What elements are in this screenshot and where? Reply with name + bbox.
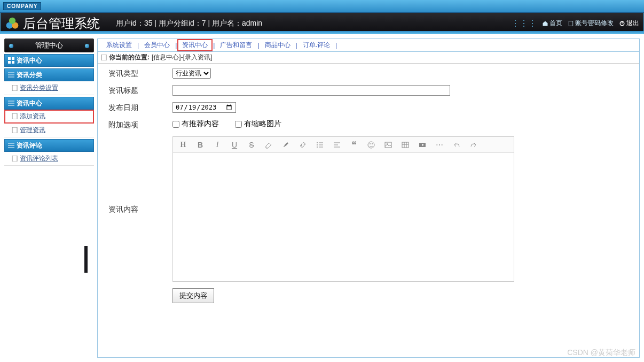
video-icon[interactable] — [418, 140, 427, 150]
svg-point-34 — [370, 143, 371, 144]
checkbox-thumbnail-label[interactable]: 有缩略图片 — [235, 119, 281, 129]
label-info-title: 资讯标题 — [108, 85, 172, 96]
tab-product[interactable]: 商品中心 — [262, 41, 294, 50]
image-icon[interactable] — [383, 140, 393, 150]
svg-rect-38 — [402, 142, 409, 148]
logout-link[interactable]: 退出 — [619, 19, 639, 28]
doc-icon — [101, 55, 107, 60]
app-header: 后台管理系统 用户id：35 | 用户分组id：7 | 用户名：admin ⋮⋮… — [0, 13, 644, 34]
submit-button[interactable]: 提交内容 — [172, 288, 214, 303]
grid-icon — [8, 57, 14, 64]
svg-point-33 — [368, 142, 374, 148]
dots-icon: ⋮⋮⋮ — [511, 18, 537, 28]
svg-rect-7 — [12, 57, 14, 60]
svg-rect-8 — [8, 61, 11, 64]
app-logo-icon — [5, 16, 20, 31]
eraser-icon[interactable] — [264, 140, 273, 150]
svg-rect-9 — [12, 61, 14, 64]
sidebar-item-add-info[interactable]: 添加资讯 — [4, 110, 94, 124]
redo-icon[interactable] — [469, 140, 478, 150]
link-icon[interactable] — [298, 140, 308, 150]
doc-icon — [12, 127, 18, 133]
power-icon — [619, 20, 625, 27]
label-content: 资讯内容 — [108, 204, 172, 214]
list-icon — [8, 142, 14, 149]
select-info-type[interactable]: 行业资讯 — [172, 68, 211, 79]
breadcrumb: 你当前的位置: [信息中心]-[录入资讯] — [98, 52, 639, 64]
label-info-type: 资讯类型 — [108, 68, 172, 79]
user-info: 用户id：35 | 用户分组id：7 | 用户名：admin — [116, 19, 262, 28]
doc-icon — [568, 20, 574, 27]
svg-rect-3 — [569, 21, 573, 26]
sidebar-item-comment-list[interactable]: 资讯评论列表 — [4, 152, 94, 166]
home-icon — [542, 20, 548, 27]
emoji-icon[interactable] — [366, 140, 376, 150]
account-link[interactable]: 账号密码修改 — [568, 19, 614, 28]
list-icon — [8, 100, 14, 106]
sidebar-item-manage-info[interactable]: 管理资讯 — [4, 124, 94, 137]
main-panel: 系统设置| 会员中心| 资讯中心| 广告和留言| 商品中心| 订单.评论| 你当… — [97, 38, 640, 358]
sidebar-section-info-center[interactable]: 资讯中心 — [4, 54, 94, 67]
svg-point-2 — [9, 17, 15, 24]
checkbox-recommend[interactable] — [172, 121, 179, 128]
doc-icon — [12, 156, 18, 161]
doc-icon — [12, 113, 18, 119]
top-nav: 系统设置| 会员中心| 资讯中心| 广告和留言| 商品中心| 订单.评论| — [98, 39, 639, 52]
svg-rect-18 — [12, 127, 17, 133]
tab-order[interactable]: 订单.评论 — [300, 41, 333, 50]
svg-point-26 — [317, 144, 318, 145]
sidebar-section-info[interactable]: 资讯中心 — [4, 97, 94, 110]
undo-icon[interactable] — [452, 140, 461, 150]
svg-rect-36 — [385, 142, 391, 148]
sidebar-item-category-settings[interactable]: 资讯分类设置 — [4, 81, 94, 95]
tab-info[interactable]: 资讯中心 — [179, 41, 211, 50]
sidebar-section-comments[interactable]: 资讯评论 — [4, 139, 94, 152]
form-area: 资讯类型 行业资讯 资讯标题 发布日期 附加选项 — [98, 64, 639, 314]
sidebar-collapse-handle[interactable] — [84, 246, 88, 273]
checkbox-thumbnail[interactable] — [235, 121, 242, 128]
sidebar-section-category[interactable]: 资讯分类 — [4, 68, 94, 81]
checkbox-recommend-label[interactable]: 有推荐内容 — [172, 119, 219, 129]
system-title: 后台管理系统 — [23, 15, 100, 32]
svg-point-35 — [372, 143, 373, 144]
breadcrumb-path: [信息中心]-[录入资讯] — [152, 53, 212, 62]
table-icon[interactable] — [400, 140, 410, 150]
editor-textarea[interactable] — [173, 153, 514, 281]
home-link[interactable]: 首页 — [542, 19, 562, 28]
italic-icon[interactable]: I — [213, 140, 222, 150]
svg-rect-23 — [101, 55, 106, 60]
header-right: ⋮⋮⋮ 首页 账号密码修改 退出 — [511, 18, 639, 28]
tab-system[interactable]: 系统设置 — [103, 41, 135, 50]
ellipsis-icon[interactable]: ⋯ — [435, 140, 444, 150]
list-icon — [8, 72, 14, 78]
doc-icon — [12, 85, 18, 91]
sidebar: 管理中心 资讯中心 资讯分类 资讯分类设置 资讯中心 添加资讯 管理资讯 — [4, 38, 94, 358]
tab-member[interactable]: 会员中心 — [141, 41, 173, 50]
brush-icon[interactable] — [281, 140, 290, 150]
bold-icon[interactable]: B — [195, 140, 205, 150]
svg-rect-6 — [8, 57, 11, 60]
input-publish-date[interactable] — [172, 102, 236, 113]
list-icon[interactable] — [315, 140, 325, 150]
label-publish-date: 发布日期 — [108, 102, 172, 113]
rich-text-editor: H B I U S ❝ — [172, 136, 514, 282]
strikethrough-icon[interactable]: S — [247, 140, 256, 150]
tab-ad-msg[interactable]: 广告和留言 — [217, 41, 255, 50]
quote-icon[interactable]: ❝ — [349, 140, 359, 150]
window-topbar: COMPANY — [0, 0, 644, 13]
heading-icon[interactable]: H — [178, 140, 188, 150]
breadcrumb-prefix: 你当前的位置: — [109, 53, 150, 62]
label-options: 附加选项 — [108, 119, 172, 130]
svg-rect-17 — [12, 113, 17, 119]
svg-point-24 — [317, 142, 318, 143]
company-badge: COMPANY — [3, 2, 41, 10]
input-info-title[interactable] — [172, 85, 450, 96]
sidebar-header: 管理中心 — [4, 38, 94, 52]
svg-rect-13 — [12, 85, 17, 91]
underline-icon[interactable]: U — [230, 140, 239, 150]
align-icon[interactable] — [332, 140, 342, 150]
svg-point-28 — [317, 147, 318, 148]
editor-toolbar: H B I U S ❝ — [173, 137, 514, 153]
svg-rect-22 — [12, 156, 17, 161]
